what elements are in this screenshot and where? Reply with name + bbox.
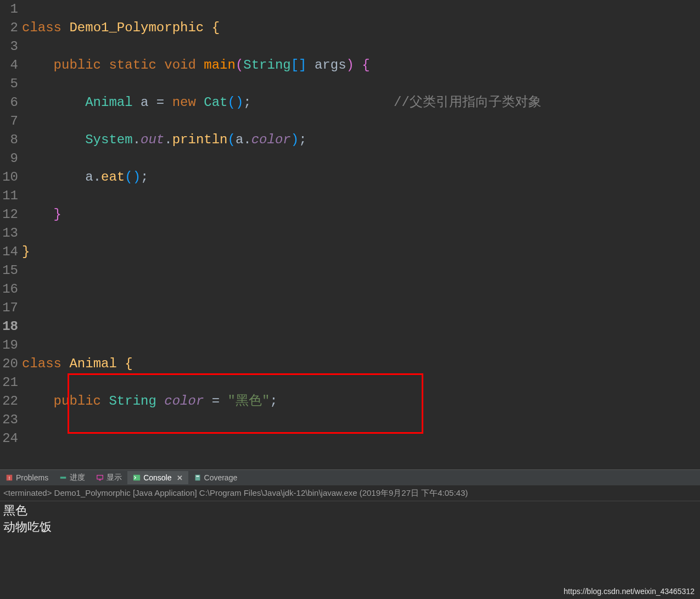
console-icon	[133, 474, 141, 482]
problems-icon: !	[5, 474, 13, 482]
svg-rect-3	[97, 475, 103, 479]
tab-console[interactable]: Console ✕	[127, 471, 188, 484]
progress-icon	[59, 474, 67, 482]
svg-rect-6	[195, 475, 200, 481]
tab-label: 显示	[107, 473, 122, 483]
coverage-icon	[194, 474, 201, 482]
display-icon	[96, 474, 104, 482]
code-content[interactable]: class Demo1_Polymorphic { public static …	[21, 0, 700, 469]
tab-progress[interactable]: 进度	[54, 471, 91, 485]
code-editor[interactable]: 123456789101112131415161718192021222324 …	[0, 0, 700, 469]
svg-rect-5	[133, 475, 140, 481]
close-icon[interactable]: ✕	[177, 474, 183, 482]
console-line: 动物吃饭	[3, 520, 697, 536]
tab-label: Console	[143, 473, 171, 482]
bottom-panel-tabs: ! Problems 进度 显示 Console ✕ Coverage	[0, 469, 700, 486]
svg-text:!: !	[9, 475, 10, 481]
console-header: <terminated> Demo1_Polymorphic [Java App…	[0, 486, 700, 501]
svg-rect-7	[196, 476, 199, 477]
svg-rect-4	[99, 480, 101, 481]
tab-problems[interactable]: ! Problems	[0, 471, 54, 484]
tab-display[interactable]: 显示	[91, 471, 127, 485]
watermark-text: https://blog.csdn.net/weixin_43465312	[564, 587, 695, 596]
tab-coverage[interactable]: Coverage	[188, 471, 243, 484]
tab-label: Problems	[16, 473, 48, 482]
console-line: 黑色	[3, 503, 697, 520]
tab-label: Coverage	[204, 473, 238, 482]
tab-label: 进度	[70, 473, 85, 483]
console-output[interactable]: 黑色 动物吃饭	[0, 501, 700, 539]
svg-rect-2	[60, 477, 66, 479]
line-number-gutter: 123456789101112131415161718192021222324	[0, 0, 21, 469]
